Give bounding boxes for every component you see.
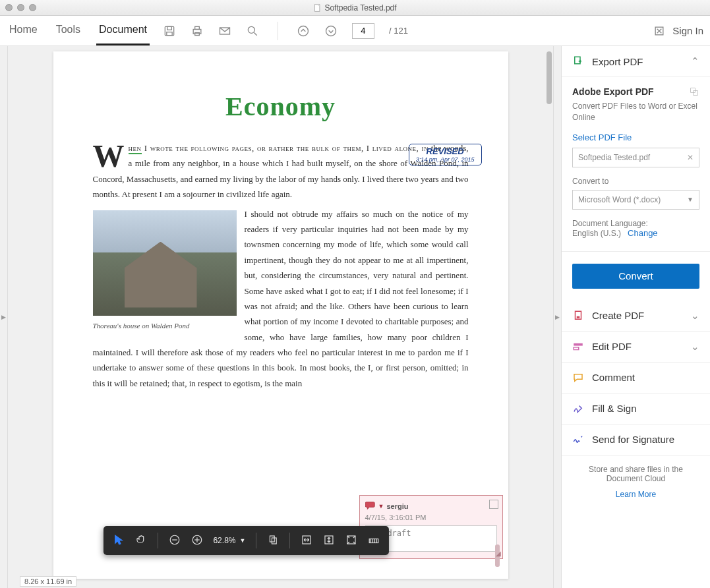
traffic-lights: [5, 4, 36, 11]
minimize-icon[interactable]: [489, 500, 498, 509]
resize-grip-icon[interactable]: ◢: [496, 550, 501, 557]
nav-tabs: Home Tools Document: [7, 16, 150, 45]
vertical-scrollbar[interactable]: [547, 51, 552, 104]
chevron-down-icon: ▼: [687, 196, 694, 203]
svg-rect-5: [195, 26, 200, 29]
create-pdf-item[interactable]: Create PDF ⌄: [562, 301, 710, 332]
nav-tools[interactable]: Tools: [53, 16, 83, 45]
comment-item[interactable]: Comment: [562, 363, 710, 394]
page-down-icon[interactable]: [324, 24, 338, 38]
fit-width-icon[interactable]: [301, 534, 312, 548]
stamp-title: REVISED: [416, 146, 475, 156]
learn-more-link[interactable]: Learn More: [574, 490, 698, 499]
export-subheading: Adobe Export PDF: [572, 86, 654, 97]
export-pdf-header[interactable]: Export PDF ⌃: [562, 46, 710, 77]
comment-author: sergiu: [386, 502, 408, 510]
page-heading: Economy: [93, 91, 469, 122]
read-mode-icon[interactable]: [368, 534, 380, 548]
figure-image: [93, 210, 237, 316]
cloud-close-icon: [653, 24, 666, 38]
window-title: Softpedia Tested.pdf: [313, 3, 396, 13]
mail-icon[interactable]: [218, 24, 231, 38]
stamp-time: 3:14 pm, Apr 07, 2015: [416, 156, 475, 163]
edit-pdf-icon: [572, 341, 584, 353]
svg-rect-30: [575, 57, 580, 64]
figure-caption: Thoreau's house on Walden Pond: [93, 320, 237, 333]
body-text: W hen I wrote the following pages, or ra…: [93, 140, 469, 391]
change-language-link[interactable]: Change: [628, 228, 658, 238]
minimize-icon[interactable]: [17, 4, 24, 11]
print-icon[interactable]: [191, 24, 204, 38]
tools-panel: Export PDF ⌃ Adobe Export PDF Convert PD…: [561, 46, 710, 588]
convert-button[interactable]: Convert: [572, 264, 699, 289]
page-up-icon[interactable]: [297, 24, 310, 38]
svg-rect-34: [577, 316, 580, 318]
window-titlebar: Softpedia Tested.pdf: [0, 0, 710, 16]
comment-icon: [572, 372, 584, 384]
convert-to-label: Convert to: [572, 177, 699, 186]
chevron-down-icon: ▼: [239, 537, 245, 544]
create-pdf-icon: [572, 310, 584, 322]
pdf-file-icon: [313, 4, 321, 12]
comment-date: 4/7/15, 3:16:01 PM: [365, 514, 497, 521]
sign-in[interactable]: Sign In: [653, 24, 703, 38]
fill-sign-icon: [572, 403, 584, 415]
nav-document[interactable]: Document: [96, 16, 150, 45]
comment-bubble-icon: [365, 501, 376, 512]
main-toolbar: Home Tools Document / 121 Sign In: [0, 16, 710, 46]
document-viewport[interactable]: Economy REVISED 3:14 pm, Apr 07, 2015 W …: [8, 46, 553, 588]
select-pdf-link[interactable]: Select PDF File: [572, 132, 699, 142]
hand-tool[interactable]: [134, 534, 146, 548]
settings-icon[interactable]: [689, 86, 699, 97]
pdf-page: Economy REVISED 3:14 pm, Apr 07, 2015 W …: [53, 51, 508, 579]
nav-home[interactable]: Home: [7, 16, 40, 45]
fill-sign-item[interactable]: Fill & Sign: [562, 394, 710, 425]
svg-rect-4: [193, 29, 201, 34]
select-tool[interactable]: [112, 534, 124, 548]
svg-point-11: [326, 26, 336, 36]
svg-rect-3: [167, 32, 172, 35]
drop-cap: W: [93, 140, 129, 170]
save-icon[interactable]: [163, 24, 176, 38]
zoom-out-button[interactable]: [168, 534, 180, 548]
page-count: / 121: [389, 26, 408, 36]
cloud-footer: Store and share files in the Document Cl…: [562, 456, 710, 508]
figure: Thoreau's house on Walden Pond: [93, 210, 237, 333]
search-icon[interactable]: [246, 24, 259, 38]
page-number-input[interactable]: [352, 23, 374, 39]
export-pdf-body: Adobe Export PDF Convert PDF Files to Wo…: [562, 77, 710, 252]
chevron-right-icon: ▶: [555, 314, 560, 320]
view-controls-bar: 62.8%▼: [103, 526, 389, 555]
svg-line-9: [254, 32, 256, 35]
revised-stamp[interactable]: REVISED 3:14 pm, Apr 07, 2015: [409, 144, 482, 165]
send-signature-item[interactable]: Send for Signature: [562, 425, 710, 456]
svg-rect-35: [574, 343, 583, 345]
chevron-up-icon: ⌃: [691, 55, 699, 67]
right-panel-toggle[interactable]: ▶: [553, 46, 561, 588]
fit-height-icon[interactable]: [323, 534, 335, 548]
chevron-down-icon: ⌄: [691, 341, 699, 353]
language-value: English (U.S.): [572, 229, 621, 238]
left-panel-toggle[interactable]: ▶: [0, 46, 8, 588]
format-select[interactable]: Microsoft Word (*.docx) ▼: [572, 190, 699, 210]
zoom-in-button[interactable]: [191, 534, 202, 548]
fit-page-icon[interactable]: [267, 534, 279, 548]
chevron-down-icon[interactable]: ▼: [378, 503, 384, 510]
status-bar: 8.26 x 11.69 in: [20, 576, 76, 587]
signature-icon: [572, 434, 584, 446]
svg-point-8: [248, 26, 254, 33]
clear-file-icon[interactable]: ✕: [687, 153, 694, 162]
svg-rect-36: [574, 347, 579, 349]
zoom-icon[interactable]: [29, 4, 36, 11]
svg-rect-2: [167, 26, 172, 30]
selected-file-box[interactable]: Softpedia Tested.pdf ✕: [572, 148, 699, 167]
zoom-level[interactable]: 62.8%▼: [213, 536, 245, 545]
close-icon[interactable]: [5, 4, 13, 11]
export-pdf-icon: [572, 55, 584, 67]
chevron-right-icon: ▶: [1, 314, 6, 320]
chevron-down-icon: ⌄: [691, 310, 699, 322]
svg-point-10: [298, 26, 308, 36]
edit-pdf-item[interactable]: Edit PDF ⌄: [562, 332, 710, 363]
fullscreen-icon[interactable]: [345, 534, 357, 548]
language-label: Document Language:: [572, 219, 648, 228]
